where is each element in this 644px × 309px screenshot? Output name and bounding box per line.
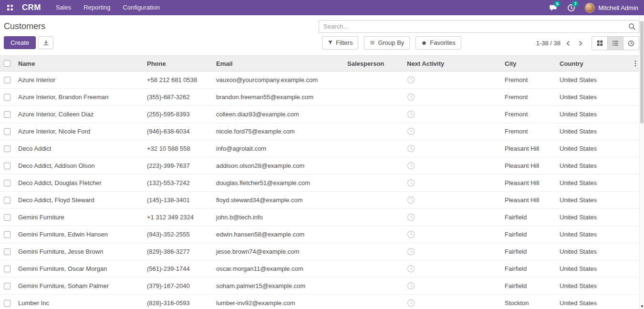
cell-next-activity[interactable]	[403, 110, 501, 118]
cell-city[interactable]: Fremont	[501, 111, 556, 118]
cell-email[interactable]: soham.palmer15@example.com	[212, 282, 343, 289]
table-row[interactable]: Deco Addict, Douglas Fletcher (132)-553-…	[0, 175, 644, 192]
scrollbar-down-arrow[interactable]: ▼	[640, 304, 644, 309]
cell-next-activity[interactable]	[403, 93, 501, 101]
menu-configuration[interactable]: Configuration	[117, 0, 166, 15]
vertical-scrollbar[interactable]: ▼	[639, 15, 644, 309]
schedule-activity-icon[interactable]	[407, 265, 415, 273]
table-row[interactable]: Azure Interior, Brandon Freeman (355)-68…	[0, 89, 644, 106]
cell-email[interactable]: info@agrolait.com	[212, 145, 343, 152]
schedule-activity-icon[interactable]	[407, 247, 415, 256]
cell-email[interactable]: jesse.brown74@example.com	[212, 248, 343, 255]
row-checkbox[interactable]	[4, 128, 10, 135]
cell-country[interactable]: United States	[556, 179, 606, 186]
cell-country[interactable]: United States	[556, 76, 606, 83]
cell-email[interactable]: oscar.morgan11@example.com	[212, 265, 343, 272]
cell-name[interactable]: Azure Interior	[14, 76, 143, 83]
schedule-activity-icon[interactable]	[407, 196, 415, 204]
table-row[interactable]: Deco Addict +32 10 588 558 info@agrolait…	[0, 140, 644, 157]
cell-city[interactable]: Pleasant Hill	[501, 196, 556, 204]
pager-next-button[interactable]	[574, 36, 586, 50]
cell-email[interactable]: floyd.steward34@example.com	[212, 196, 343, 204]
cell-country[interactable]: United States	[556, 299, 606, 307]
select-all-checkbox[interactable]	[4, 60, 10, 67]
cell-city[interactable]: Pleasant Hill	[501, 179, 556, 186]
schedule-activity-icon[interactable]	[407, 282, 415, 290]
cell-city[interactable]: Fairfield	[501, 214, 556, 221]
cell-name[interactable]: Deco Addict, Floyd Steward	[14, 196, 143, 204]
cell-country[interactable]: United States	[556, 128, 606, 135]
cell-phone[interactable]: (943)-352-2555	[143, 231, 212, 238]
menu-sales[interactable]: Sales	[50, 0, 78, 15]
schedule-activity-icon[interactable]	[407, 162, 415, 170]
cell-next-activity[interactable]	[403, 265, 501, 273]
schedule-activity-icon[interactable]	[407, 179, 415, 187]
cell-country[interactable]: United States	[556, 145, 606, 152]
optional-columns-toggle[interactable]	[634, 60, 636, 67]
cell-next-activity[interactable]	[403, 230, 501, 238]
menu-reporting[interactable]: Reporting	[77, 0, 116, 15]
cell-city[interactable]: Stockton	[501, 299, 556, 307]
cell-email[interactable]: addison.olson28@example.com	[212, 162, 343, 169]
cell-phone[interactable]: +58 212 681 0538	[143, 76, 212, 83]
cell-city[interactable]: Fairfield	[501, 265, 556, 272]
cell-city[interactable]: Fremont	[501, 93, 556, 101]
table-row[interactable]: Azure Interior +58 212 681 0538 vauxoo@y…	[0, 72, 644, 89]
table-row[interactable]: Azure Interior, Colleen Diaz (255)-595-8…	[0, 106, 644, 123]
table-row[interactable]: Lumber Inc (828)-316-0593 lumber-inv92@e…	[0, 295, 644, 309]
activities-button[interactable]: 7	[562, 0, 580, 15]
cell-email[interactable]: nicole.ford75@example.com	[212, 128, 343, 135]
cell-name[interactable]: Deco Addict, Addison Olson	[14, 162, 143, 169]
column-header-next-activity[interactable]: Next Activity	[403, 60, 501, 67]
create-button[interactable]: Create	[4, 36, 36, 49]
cell-next-activity[interactable]	[403, 127, 501, 135]
favorites-button[interactable]: Favorites	[415, 36, 461, 50]
table-row[interactable]: Azure Interior, Nicole Ford (946)-638-60…	[0, 123, 644, 140]
cell-city[interactable]: Fairfield	[501, 231, 556, 238]
cell-email[interactable]: edwin.hansen58@example.com	[212, 231, 343, 238]
row-checkbox[interactable]	[4, 163, 10, 169]
cell-country[interactable]: United States	[556, 111, 606, 118]
cell-next-activity[interactable]	[403, 247, 501, 256]
cell-country[interactable]: United States	[556, 265, 606, 272]
cell-country[interactable]: United States	[556, 93, 606, 101]
cell-name[interactable]: Gemini Furniture, Soham Palmer	[14, 282, 143, 289]
row-checkbox[interactable]	[4, 231, 10, 238]
cell-name[interactable]: Gemini Furniture, Jesse Brown	[14, 248, 143, 255]
row-checkbox[interactable]	[4, 248, 10, 255]
cell-name[interactable]: Gemini Furniture, Edwin Hansen	[14, 231, 143, 238]
column-header-country[interactable]: Country	[556, 60, 606, 67]
table-row[interactable]: Gemini Furniture, Soham Palmer (379)-167…	[0, 278, 644, 295]
schedule-activity-icon[interactable]	[407, 76, 415, 84]
cell-phone[interactable]: (828)-316-0593	[143, 299, 212, 307]
cell-next-activity[interactable]	[403, 162, 501, 170]
row-checkbox[interactable]	[4, 77, 10, 83]
cell-next-activity[interactable]	[403, 76, 501, 84]
row-checkbox[interactable]	[4, 145, 10, 152]
cell-next-activity[interactable]	[403, 213, 501, 221]
row-checkbox[interactable]	[4, 94, 10, 101]
row-checkbox[interactable]	[4, 300, 10, 307]
kanban-view-button[interactable]	[592, 36, 608, 50]
cell-next-activity[interactable]	[403, 282, 501, 290]
column-header-name[interactable]: Name	[14, 60, 143, 67]
cell-phone[interactable]: +1 312 349 2324	[143, 214, 212, 221]
cell-country[interactable]: United States	[556, 282, 606, 289]
cell-email[interactable]: douglas.fletcher51@example.com	[212, 179, 343, 186]
filters-button[interactable]: Filters	[322, 36, 358, 50]
row-checkbox[interactable]	[4, 197, 10, 204]
cell-country[interactable]: United States	[556, 196, 606, 204]
cell-email[interactable]: vauxoo@yourcompany.example.com	[212, 76, 343, 83]
cell-email[interactable]: brandon.freeman55@example.com	[212, 93, 343, 101]
cell-name[interactable]: Gemini Furniture, Oscar Morgan	[14, 265, 143, 272]
row-checkbox[interactable]	[4, 266, 10, 272]
row-checkbox[interactable]	[4, 180, 10, 186]
activity-view-button[interactable]	[623, 36, 639, 50]
table-row[interactable]: Gemini Furniture, Jesse Brown (829)-386-…	[0, 243, 644, 260]
cell-phone[interactable]: (255)-595-8393	[143, 111, 212, 118]
schedule-activity-icon[interactable]	[407, 110, 415, 118]
cell-country[interactable]: United States	[556, 214, 606, 221]
cell-phone[interactable]: (132)-553-7242	[143, 179, 212, 186]
cell-name[interactable]: Azure Interior, Brandon Freeman	[14, 93, 143, 101]
cell-phone[interactable]: (145)-138-3401	[143, 196, 212, 204]
